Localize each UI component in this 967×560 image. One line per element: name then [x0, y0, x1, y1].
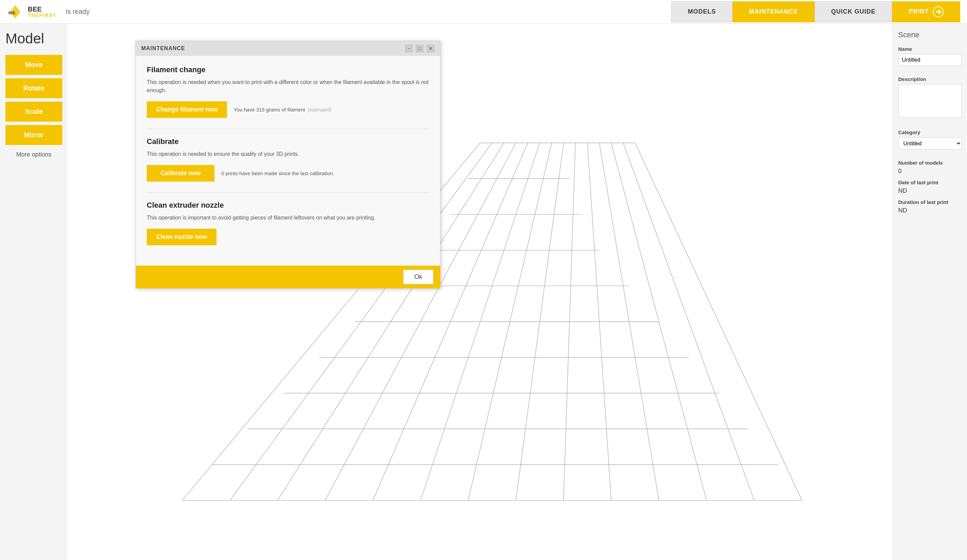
clean-nozzle-desc: This operation is important to avoid get… — [147, 214, 429, 222]
name-field-row: Name — [898, 46, 962, 71]
num-models-label: Number of models — [898, 160, 962, 166]
calibrate-desc: This operation is needed to ensure the q… — [147, 150, 429, 158]
canvas-area: .grid-line { stroke: #aaa; stroke-width:… — [68, 24, 893, 560]
page-title: Model — [5, 30, 62, 47]
clean-nozzle-row: Clean nozzle now — [147, 229, 429, 245]
calibrate-row: Calibrate now 0 prints have been made si… — [147, 165, 429, 181]
duration-row: Duration of last print ND — [898, 199, 962, 214]
modal-minimize-btn[interactable]: − — [405, 44, 413, 53]
description-field-row: Description — [898, 76, 962, 125]
scene-title: Scene — [898, 30, 962, 39]
change-filament-btn[interactable]: Change filament now — [147, 101, 227, 118]
models-nav-btn[interactable]: MODELS — [671, 2, 733, 22]
modal-controls: − □ ✕ — [405, 44, 435, 53]
modal-title: MAINTENANCE — [141, 45, 185, 51]
category-field-row: Category Untitled — [898, 129, 962, 155]
move-button[interactable]: Move — [5, 55, 62, 75]
description-textarea[interactable] — [898, 84, 962, 118]
clean-nozzle-section: Clean extruder nozzle This operation is … — [147, 201, 429, 245]
name-label: Name — [898, 46, 962, 52]
last-print-value: ND — [898, 187, 962, 194]
right-panel: Scene Name Description Category Untitled… — [893, 24, 967, 560]
maintenance-nav-btn[interactable]: MAINTENANCE — [733, 2, 815, 22]
logo-text: BEE THEFIRST — [28, 5, 56, 18]
scale-button[interactable]: Scale — [5, 102, 62, 122]
filament-change-desc: This operation is needed when you want t… — [147, 78, 429, 94]
maintenance-modal: MAINTENANCE − □ ✕ Filament change This o… — [135, 41, 441, 289]
num-models-row: Number of models 0 — [898, 160, 962, 175]
more-options[interactable]: More options — [5, 148, 62, 161]
ok-button[interactable]: Ok — [403, 270, 433, 284]
filament-change-title: Filament change — [147, 65, 429, 74]
mirror-button[interactable]: Mirror — [5, 125, 62, 145]
num-models-value: 0 — [898, 168, 962, 175]
calibrate-info: 0 prints have been made since the last c… — [221, 170, 334, 176]
divider-1 — [147, 129, 429, 129]
divider-2 — [147, 193, 429, 193]
calibrate-now-btn[interactable]: Calibrate now — [147, 165, 215, 181]
print-arrow-icon: ➜ — [933, 7, 944, 17]
modal-header: MAINTENANCE − □ ✕ — [136, 41, 440, 56]
filament-change-section: Filament change This operation is needed… — [147, 65, 429, 118]
last-print-label: Date of last print — [898, 180, 962, 185]
modal-overlay: MAINTENANCE − □ ✕ Filament change This o… — [68, 24, 893, 560]
svg-text:BEE: BEE — [8, 11, 16, 15]
modal-maximize-btn[interactable]: □ — [416, 44, 424, 53]
description-label: Description — [898, 76, 962, 82]
filament-info: You have 315 grams of filament (estimate… — [234, 107, 332, 112]
nav-buttons: MODELS MAINTENANCE QUICK GUIDE PRINT ➜ — [671, 2, 960, 22]
bee-logo-icon: BEE — [7, 3, 24, 20]
category-label: Category — [898, 129, 962, 135]
quickguide-nav-btn[interactable]: QUICK GUIDE — [815, 2, 892, 22]
last-print-row: Date of last print ND — [898, 180, 962, 194]
calibrate-section: Calibrate This operation is needed to en… — [147, 137, 429, 181]
left-sidebar: Model Move Rotate Scale Mirror More opti… — [0, 24, 68, 560]
main-layout: Model Move Rotate Scale Mirror More opti… — [0, 24, 967, 560]
clean-nozzle-btn[interactable]: Clean nozzle now — [147, 229, 216, 245]
category-select[interactable]: Untitled — [898, 137, 962, 150]
duration-label: Duration of last print — [898, 199, 962, 205]
clean-nozzle-title: Clean extruder nozzle — [147, 201, 429, 210]
modal-footer: Ok — [136, 265, 440, 288]
print-nav-btn[interactable]: PRINT ➜ — [892, 2, 960, 22]
modal-close-btn[interactable]: ✕ — [427, 44, 435, 53]
top-bar: BEE BEE THEFIRST is ready MODELS MAINTEN… — [0, 0, 967, 24]
modal-body: Filament change This operation is needed… — [136, 56, 440, 265]
calibrate-title: Calibrate — [147, 137, 429, 146]
filament-change-row: Change filament now You have 315 grams o… — [147, 101, 429, 118]
name-input[interactable] — [898, 54, 962, 66]
status-text: is ready — [66, 8, 89, 16]
duration-value: ND — [898, 207, 962, 214]
rotate-button[interactable]: Rotate — [5, 78, 62, 98]
logo-area: BEE BEE THEFIRST is ready — [7, 3, 89, 20]
